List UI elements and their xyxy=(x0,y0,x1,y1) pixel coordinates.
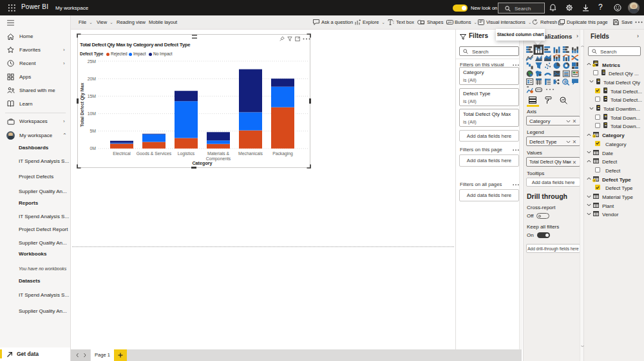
svg-text:R: R xyxy=(564,80,567,84)
